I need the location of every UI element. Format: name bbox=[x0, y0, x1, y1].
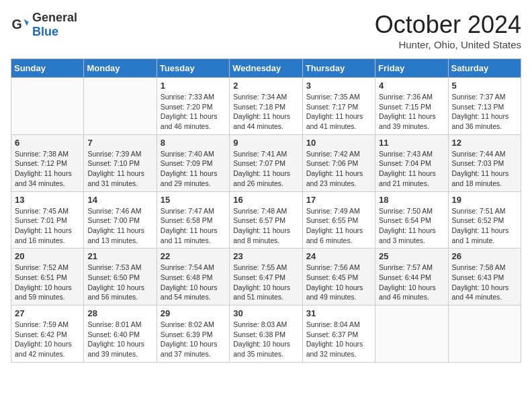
day-info: Sunrise: 7:44 AM Sunset: 7:03 PM Dayligh… bbox=[452, 149, 517, 189]
location: Hunter, Ohio, United States bbox=[375, 39, 521, 50]
day-info: Sunrise: 7:34 AM Sunset: 7:18 PM Dayligh… bbox=[233, 92, 298, 132]
day-number: 2 bbox=[233, 81, 298, 91]
calendar-week-row: 6Sunrise: 7:38 AM Sunset: 7:12 PM Daylig… bbox=[11, 134, 521, 191]
calendar-cell: 22Sunrise: 7:54 AM Sunset: 6:48 PM Dayli… bbox=[157, 248, 229, 306]
calendar-cell: 8Sunrise: 7:40 AM Sunset: 7:09 PM Daylig… bbox=[157, 134, 229, 191]
calendar-cell: 11Sunrise: 7:43 AM Sunset: 7:04 PM Dayli… bbox=[375, 134, 448, 191]
logo-blue: Blue bbox=[32, 25, 58, 38]
day-number: 30 bbox=[233, 308, 298, 318]
day-number: 31 bbox=[306, 308, 371, 318]
calendar-cell: 25Sunrise: 7:57 AM Sunset: 6:44 PM Dayli… bbox=[375, 248, 448, 306]
day-number: 1 bbox=[161, 81, 226, 91]
calendar-week-row: 20Sunrise: 7:52 AM Sunset: 6:51 PM Dayli… bbox=[11, 248, 521, 306]
day-number: 28 bbox=[87, 308, 152, 318]
day-number: 6 bbox=[15, 138, 80, 148]
title-area: October 2024 Hunter, Ohio, United States bbox=[375, 11, 521, 50]
day-header-wednesday: Wednesday bbox=[230, 59, 302, 78]
calendar-table: SundayMondayTuesdayWednesdayThursdayFrid… bbox=[11, 58, 521, 363]
day-info: Sunrise: 7:54 AM Sunset: 6:48 PM Dayligh… bbox=[161, 263, 226, 302]
calendar-cell bbox=[84, 78, 157, 135]
calendar-cell: 28Sunrise: 8:01 AM Sunset: 6:40 PM Dayli… bbox=[84, 306, 157, 363]
calendar-cell: 27Sunrise: 7:59 AM Sunset: 6:42 PM Dayli… bbox=[11, 306, 84, 363]
calendar-cell: 12Sunrise: 7:44 AM Sunset: 7:03 PM Dayli… bbox=[448, 134, 521, 191]
day-info: Sunrise: 7:55 AM Sunset: 6:47 PM Dayligh… bbox=[233, 263, 298, 302]
day-number: 24 bbox=[306, 251, 371, 261]
day-info: Sunrise: 8:03 AM Sunset: 6:38 PM Dayligh… bbox=[233, 320, 298, 359]
calendar-week-row: 13Sunrise: 7:45 AM Sunset: 7:01 PM Dayli… bbox=[11, 191, 521, 248]
calendar-cell: 23Sunrise: 7:55 AM Sunset: 6:47 PM Dayli… bbox=[230, 248, 302, 306]
day-info: Sunrise: 7:37 AM Sunset: 7:13 PM Dayligh… bbox=[452, 92, 517, 132]
day-number: 29 bbox=[161, 308, 226, 318]
day-info: Sunrise: 7:57 AM Sunset: 6:44 PM Dayligh… bbox=[379, 263, 444, 302]
calendar-cell: 5Sunrise: 7:37 AM Sunset: 7:13 PM Daylig… bbox=[448, 78, 521, 135]
calendar-cell: 19Sunrise: 7:51 AM Sunset: 6:52 PM Dayli… bbox=[448, 191, 521, 248]
day-info: Sunrise: 7:51 AM Sunset: 6:52 PM Dayligh… bbox=[452, 206, 517, 246]
day-info: Sunrise: 7:58 AM Sunset: 6:43 PM Dayligh… bbox=[452, 263, 517, 302]
calendar-cell: 26Sunrise: 7:58 AM Sunset: 6:43 PM Dayli… bbox=[448, 248, 521, 306]
day-number: 12 bbox=[452, 138, 517, 148]
month-title: October 2024 bbox=[375, 11, 521, 39]
day-number: 23 bbox=[233, 251, 298, 261]
day-number: 13 bbox=[15, 195, 80, 205]
calendar-cell: 6Sunrise: 7:38 AM Sunset: 7:12 PM Daylig… bbox=[11, 134, 84, 191]
logo: G General Blue bbox=[11, 11, 77, 39]
day-number: 10 bbox=[306, 138, 371, 148]
day-number: 22 bbox=[161, 251, 226, 261]
calendar-cell bbox=[11, 78, 84, 135]
day-number: 5 bbox=[452, 81, 517, 91]
day-info: Sunrise: 8:04 AM Sunset: 6:37 PM Dayligh… bbox=[306, 320, 371, 359]
day-number: 11 bbox=[379, 138, 444, 148]
day-number: 16 bbox=[233, 195, 298, 205]
calendar-cell: 9Sunrise: 7:41 AM Sunset: 7:07 PM Daylig… bbox=[230, 134, 302, 191]
day-number: 19 bbox=[452, 195, 517, 205]
day-header-friday: Friday bbox=[375, 59, 448, 78]
calendar-cell: 3Sunrise: 7:35 AM Sunset: 7:17 PM Daylig… bbox=[302, 78, 375, 135]
day-info: Sunrise: 7:50 AM Sunset: 6:54 PM Dayligh… bbox=[379, 206, 444, 246]
day-info: Sunrise: 7:52 AM Sunset: 6:51 PM Dayligh… bbox=[15, 263, 80, 302]
calendar-week-row: 1Sunrise: 7:33 AM Sunset: 7:20 PM Daylig… bbox=[11, 78, 521, 135]
day-info: Sunrise: 7:49 AM Sunset: 6:55 PM Dayligh… bbox=[306, 206, 371, 246]
page-header: G General Blue October 2024 Hunter, Ohio… bbox=[11, 11, 521, 50]
day-number: 17 bbox=[306, 195, 371, 205]
day-info: Sunrise: 7:38 AM Sunset: 7:12 PM Dayligh… bbox=[15, 149, 80, 189]
logo-general: General bbox=[32, 11, 77, 24]
day-header-sunday: Sunday bbox=[11, 59, 84, 78]
day-number: 15 bbox=[161, 195, 226, 205]
day-info: Sunrise: 7:36 AM Sunset: 7:15 PM Dayligh… bbox=[379, 92, 444, 132]
calendar-cell: 17Sunrise: 7:49 AM Sunset: 6:55 PM Dayli… bbox=[302, 191, 375, 248]
day-info: Sunrise: 7:53 AM Sunset: 6:50 PM Dayligh… bbox=[87, 263, 152, 302]
day-info: Sunrise: 7:40 AM Sunset: 7:09 PM Dayligh… bbox=[161, 149, 226, 189]
day-number: 27 bbox=[15, 308, 80, 318]
day-number: 9 bbox=[233, 138, 298, 148]
day-header-thursday: Thursday bbox=[302, 59, 375, 78]
day-info: Sunrise: 7:39 AM Sunset: 7:10 PM Dayligh… bbox=[87, 149, 152, 189]
calendar-cell bbox=[448, 306, 521, 363]
calendar-cell: 21Sunrise: 7:53 AM Sunset: 6:50 PM Dayli… bbox=[84, 248, 157, 306]
day-number: 18 bbox=[379, 195, 444, 205]
calendar-cell: 16Sunrise: 7:48 AM Sunset: 6:57 PM Dayli… bbox=[230, 191, 302, 248]
calendar-cell: 10Sunrise: 7:42 AM Sunset: 7:06 PM Dayli… bbox=[302, 134, 375, 191]
day-info: Sunrise: 7:45 AM Sunset: 7:01 PM Dayligh… bbox=[15, 206, 80, 246]
calendar-cell: 2Sunrise: 7:34 AM Sunset: 7:18 PM Daylig… bbox=[230, 78, 302, 135]
day-number: 7 bbox=[87, 138, 152, 148]
calendar-cell: 30Sunrise: 8:03 AM Sunset: 6:38 PM Dayli… bbox=[230, 306, 302, 363]
day-info: Sunrise: 7:59 AM Sunset: 6:42 PM Dayligh… bbox=[15, 320, 80, 359]
day-info: Sunrise: 8:01 AM Sunset: 6:40 PM Dayligh… bbox=[87, 320, 152, 359]
day-number: 8 bbox=[161, 138, 226, 148]
day-header-tuesday: Tuesday bbox=[157, 59, 229, 78]
calendar-cell: 18Sunrise: 7:50 AM Sunset: 6:54 PM Dayli… bbox=[375, 191, 448, 248]
calendar-week-row: 27Sunrise: 7:59 AM Sunset: 6:42 PM Dayli… bbox=[11, 306, 521, 363]
day-info: Sunrise: 7:35 AM Sunset: 7:17 PM Dayligh… bbox=[306, 92, 371, 132]
day-number: 26 bbox=[452, 251, 517, 261]
day-header-saturday: Saturday bbox=[448, 59, 521, 78]
day-header-monday: Monday bbox=[84, 59, 157, 78]
calendar-cell: 4Sunrise: 7:36 AM Sunset: 7:15 PM Daylig… bbox=[375, 78, 448, 135]
day-number: 3 bbox=[306, 81, 371, 91]
day-number: 14 bbox=[87, 195, 152, 205]
day-info: Sunrise: 8:02 AM Sunset: 6:39 PM Dayligh… bbox=[161, 320, 226, 359]
day-info: Sunrise: 7:47 AM Sunset: 6:58 PM Dayligh… bbox=[161, 206, 226, 246]
day-number: 4 bbox=[379, 81, 444, 91]
day-info: Sunrise: 7:41 AM Sunset: 7:07 PM Dayligh… bbox=[233, 149, 298, 189]
day-info: Sunrise: 7:33 AM Sunset: 7:20 PM Dayligh… bbox=[161, 92, 226, 132]
calendar-header-row: SundayMondayTuesdayWednesdayThursdayFrid… bbox=[11, 59, 521, 78]
